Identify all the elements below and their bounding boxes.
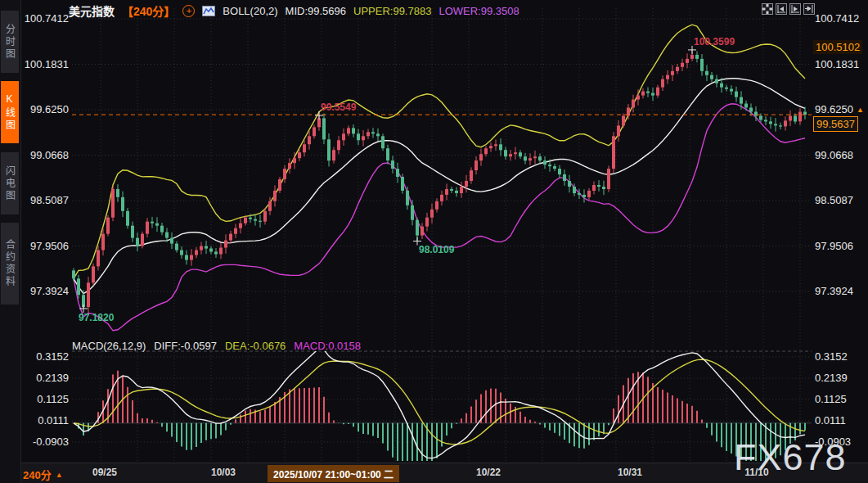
candle-body <box>205 246 208 249</box>
sidebar-item-contract-info[interactable]: 合约资料 <box>1 223 19 305</box>
candle-body <box>774 124 777 125</box>
candle-body <box>789 116 792 121</box>
boll-upper-value: UPPER:99.7883 <box>353 5 431 17</box>
candle-body <box>391 160 394 169</box>
candle-body <box>514 152 517 154</box>
axis-zoom-out-icon[interactable] <box>776 3 787 15</box>
candle-body <box>587 191 591 197</box>
candle-body <box>342 133 345 140</box>
candle-body <box>332 150 335 160</box>
macd-header: MACD(26,12,9) DIFF:-0.0597 DEA:-0.0676 M… <box>72 340 361 352</box>
candle-body <box>651 93 654 96</box>
candle-body <box>759 116 762 120</box>
candle-body <box>195 251 198 255</box>
candle-body <box>730 89 733 92</box>
candle-body <box>268 201 272 211</box>
candle-body <box>509 154 512 156</box>
candle-body <box>754 112 758 116</box>
candle-body <box>151 222 154 223</box>
candle-body <box>411 205 414 220</box>
candle-body <box>165 232 169 238</box>
candle-body <box>263 211 267 222</box>
candle-body <box>784 120 787 126</box>
candle-body <box>612 136 615 169</box>
candle-body <box>661 79 664 88</box>
candle-body <box>632 100 635 108</box>
candle-body <box>97 251 100 267</box>
period-label[interactable]: 【240分】 <box>122 2 175 19</box>
candle-body <box>376 133 380 136</box>
candle-body <box>308 136 311 144</box>
kline-chart-app: 分时图 K线图 闪电图 合约资料 美元指数 【240分】 + BOLL(20,2… <box>0 0 868 483</box>
candle-body <box>470 170 473 181</box>
candle-body <box>435 201 438 210</box>
pan-icon[interactable] <box>762 3 773 15</box>
boll-lower-value: LOWER:99.3508 <box>438 5 519 17</box>
candle-body <box>421 227 424 236</box>
macd-indicator-label: MACD(26,12,9) <box>72 340 146 352</box>
candle-body <box>273 191 277 201</box>
candle-body <box>283 169 286 179</box>
boll-upper-line <box>74 25 805 278</box>
candle-body <box>72 270 75 278</box>
go-latest-icon[interactable] <box>803 3 815 15</box>
candle-body <box>190 255 193 260</box>
candle-body <box>136 238 139 246</box>
sidebar-item-lightning-chart[interactable]: 闪电图 <box>1 152 19 214</box>
gridlines <box>72 8 812 461</box>
candle-body <box>705 71 708 75</box>
candle-body <box>224 241 227 248</box>
candle-body <box>288 163 291 169</box>
candle-body <box>803 112 807 115</box>
candle-body <box>794 116 797 122</box>
candle-body <box>317 118 321 127</box>
macd-histogram <box>74 371 805 483</box>
sidebar-item-kline-chart[interactable]: K线图 <box>1 81 19 143</box>
candle-body <box>170 238 173 244</box>
candle-body <box>386 148 389 160</box>
candle-body <box>558 169 561 174</box>
price-alert-icon: ▲ <box>857 106 864 114</box>
candle-body <box>641 92 645 96</box>
candle-body <box>465 181 468 187</box>
chart-type-icon <box>202 6 215 16</box>
candle-body <box>528 158 532 160</box>
sidebar-item-time-chart[interactable]: 分时图 <box>1 11 19 73</box>
candle-body <box>229 234 232 241</box>
candle-body <box>303 144 306 152</box>
candle-body <box>180 251 183 255</box>
candle-body <box>744 104 748 108</box>
chart-toolbar <box>762 3 815 15</box>
macd-hist-value: MACD:0.0158 <box>294 340 361 352</box>
timeframe-selector[interactable]: 240分 ▲ <box>23 467 63 482</box>
candle-body <box>578 193 581 195</box>
candle-body <box>715 79 718 84</box>
candle-body <box>234 228 237 234</box>
chart-canvas[interactable] <box>0 0 868 483</box>
candle-body <box>278 179 281 191</box>
candle-body <box>313 127 316 136</box>
axis-zoom-in-icon[interactable] <box>789 3 801 15</box>
boll-mid-line <box>74 79 805 294</box>
candle-body <box>352 128 355 133</box>
candle-body <box>254 219 257 221</box>
candle-body <box>455 191 458 193</box>
candle-body <box>126 211 129 226</box>
candle-body <box>77 278 80 295</box>
candle-body <box>293 158 296 163</box>
candle-body <box>239 223 242 228</box>
boll-mid-value: MID:99.5696 <box>286 5 346 17</box>
candle-body <box>573 187 576 193</box>
candle-body <box>769 121 772 124</box>
candle-body <box>381 136 385 148</box>
candle-body <box>362 136 365 140</box>
candle-body <box>155 223 159 226</box>
candle-body <box>798 112 802 122</box>
candle-body <box>607 169 610 189</box>
candle-body <box>519 152 522 156</box>
add-indicator-icon[interactable]: + <box>182 5 195 17</box>
candle-body <box>597 185 600 187</box>
candle-body <box>779 125 782 126</box>
candle-body <box>479 154 483 160</box>
candle-body <box>244 218 247 223</box>
